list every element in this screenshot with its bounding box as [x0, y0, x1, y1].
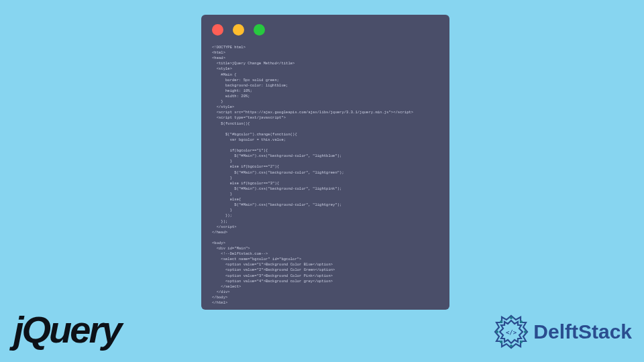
svg-point-3: [520, 320, 523, 323]
code-window: <!DOCTYPE html> <html> <head> <title>jQu…: [201, 15, 449, 310]
svg-point-2: [510, 316, 513, 319]
svg-point-7: [500, 341, 502, 343]
svg-point-9: [500, 320, 502, 323]
delftstack-wordmark: DelftStack: [533, 320, 632, 343]
delftstack-logo: </> DelftStack: [493, 314, 632, 350]
jquery-wordmark: jQuery: [13, 308, 120, 351]
svg-point-8: [496, 330, 498, 333]
minimize-icon: [233, 24, 244, 36]
code-content: <!DOCTYPE html> <html> <head> <title>jQu…: [212, 45, 439, 306]
close-icon: [212, 24, 223, 36]
svg-text:</>: </>: [506, 329, 517, 336]
svg-point-4: [524, 330, 527, 333]
window-traffic-lights: [212, 24, 439, 36]
maximize-icon: [254, 24, 265, 36]
svg-point-5: [520, 341, 523, 343]
delftstack-icon: </>: [493, 314, 529, 350]
jquery-logo: jQuery: [13, 308, 120, 351]
svg-point-6: [510, 345, 513, 347]
